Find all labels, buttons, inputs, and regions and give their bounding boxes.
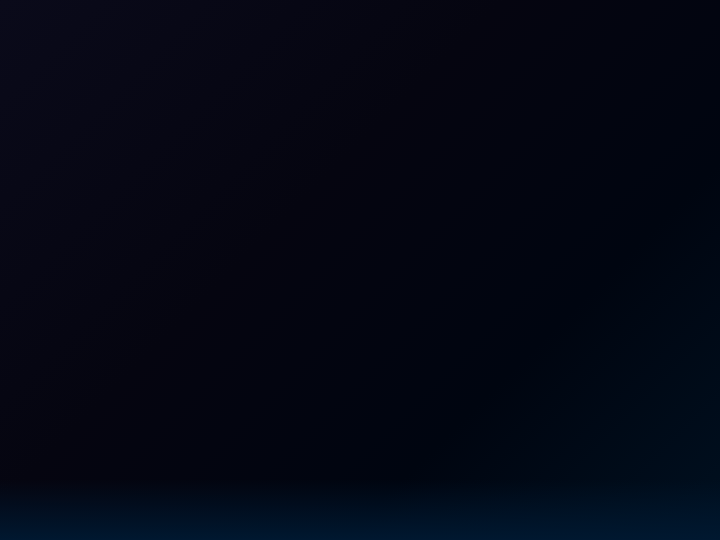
background-overlay bbox=[0, 0, 720, 540]
app-container: ASUS FORCE UEFI BIOS Utility – Advanced … bbox=[0, 0, 720, 540]
background-decoration bbox=[0, 480, 720, 540]
